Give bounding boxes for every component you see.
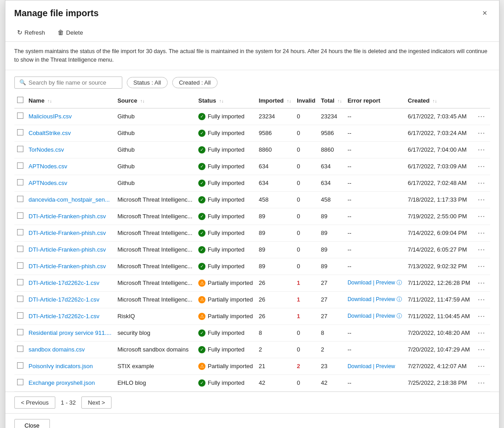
row-checkbox[interactable]: [17, 229, 23, 235]
more-options-button[interactable]: ···: [476, 112, 487, 122]
file-name-link[interactable]: MaliciousIPs.csv: [29, 113, 72, 120]
check-icon: ✓: [198, 146, 205, 153]
table-row: DTI-Article-17d2262c-1.csvMicrosoft Thre…: [14, 275, 490, 291]
file-name-link[interactable]: DTI-Article-17d2262c-1.csv: [29, 313, 100, 320]
more-options-button[interactable]: ···: [476, 195, 487, 205]
more-options-button[interactable]: ···: [476, 311, 487, 321]
file-name-link[interactable]: DTI-Article-Franken-phish.csv: [29, 213, 106, 220]
more-options-button[interactable]: ···: [476, 261, 487, 271]
row-checkbox[interactable]: [17, 146, 23, 152]
row-checkbox[interactable]: [17, 312, 23, 319]
more-options-button[interactable]: ···: [476, 278, 487, 288]
more-options-button[interactable]: ···: [476, 328, 487, 338]
row-checkbox[interactable]: [17, 296, 23, 302]
cell-total: 23234: [318, 108, 345, 125]
row-checkbox[interactable]: [17, 329, 23, 335]
error-report-link[interactable]: Download | Preview: [348, 363, 395, 369]
more-options-button[interactable]: ···: [476, 228, 487, 238]
created-filter-pill[interactable]: Created : All: [172, 77, 218, 88]
status-text: Fully imported: [208, 346, 245, 353]
row-checkbox[interactable]: [17, 262, 23, 269]
more-options-button[interactable]: ···: [476, 361, 487, 371]
cell-status: ✓Fully imported: [196, 324, 256, 341]
more-options-button[interactable]: ···: [476, 178, 487, 188]
col-name[interactable]: Name ↑↓: [26, 92, 115, 108]
row-checkbox[interactable]: [17, 212, 23, 219]
cell-more: ···: [473, 341, 490, 358]
file-name-link[interactable]: APTNodes.csv: [29, 180, 67, 186]
delete-button[interactable]: 🗑 Delete: [55, 27, 86, 38]
cell-error-report: Download | Preview ⓘ: [345, 275, 405, 291]
row-checkbox[interactable]: [17, 346, 23, 352]
row-checkbox-cell: [14, 125, 26, 141]
cell-source: Github: [115, 175, 196, 191]
cell-error-report: --: [345, 241, 405, 258]
more-options-button[interactable]: ···: [476, 245, 487, 255]
row-checkbox[interactable]: [17, 379, 23, 385]
row-checkbox-cell: [14, 108, 26, 125]
cell-status: ✓Fully imported: [196, 141, 256, 158]
status-badge: ⚠Partially imported: [198, 279, 253, 287]
close-dialog-button[interactable]: Close: [14, 419, 50, 428]
cell-source: Microsoft Threat Intelligenc...: [115, 208, 196, 225]
file-name-link[interactable]: CobaltStrike.csv: [29, 130, 71, 136]
row-checkbox[interactable]: [17, 279, 23, 285]
more-options-button[interactable]: ···: [476, 145, 487, 155]
more-options-button[interactable]: ···: [476, 212, 487, 221]
close-icon[interactable]: ×: [480, 8, 490, 19]
row-checkbox[interactable]: [17, 162, 23, 169]
status-badge: ✓Fully imported: [198, 146, 253, 153]
file-name-link[interactable]: DTI-Article-17d2262c-1.csv: [29, 279, 100, 286]
row-checkbox[interactable]: [17, 179, 23, 185]
row-checkbox[interactable]: [17, 129, 23, 135]
file-name-link[interactable]: dancevida-com_hostpair_sen...: [29, 196, 110, 203]
cell-invalid: 0: [294, 158, 318, 175]
status-text: Fully imported: [208, 263, 245, 270]
select-all-header[interactable]: [14, 92, 26, 108]
error-report-link[interactable]: Download | Preview ⓘ: [348, 279, 402, 286]
more-options-button[interactable]: ···: [476, 128, 487, 138]
cell-source: Github: [115, 125, 196, 141]
warning-icon: ⚠: [198, 363, 205, 370]
table-row: TorNodes.csvGithub✓Fully imported8860088…: [14, 141, 490, 158]
cell-source: Microsoft Threat Intelligenc...: [115, 258, 196, 275]
search-input[interactable]: [29, 79, 117, 86]
more-options-button[interactable]: ···: [476, 378, 487, 388]
file-name-link[interactable]: DTI-Article-Franken-phish.csv: [29, 263, 106, 270]
next-button[interactable]: Next >: [81, 396, 112, 409]
status-filter-pill[interactable]: Status : All: [127, 77, 168, 88]
col-status[interactable]: Status ↑↓: [196, 92, 256, 108]
previous-button[interactable]: < Previous: [14, 396, 56, 409]
cell-total: 458: [318, 191, 345, 208]
refresh-button[interactable]: ↻ Refresh: [14, 27, 48, 38]
cell-name: DTI-Article-Franken-phish.csv: [26, 258, 115, 275]
file-name-link[interactable]: Residential proxy service 911....: [29, 329, 112, 336]
file-name-link[interactable]: Exchange proxyshell.json: [29, 379, 95, 386]
col-imported[interactable]: Imported ↑↓: [256, 92, 294, 108]
file-name-link[interactable]: sandbox domains.csv: [29, 346, 85, 353]
cell-created: 6/17/2022, 7:02:48 AM: [405, 175, 473, 191]
select-all-checkbox[interactable]: [17, 97, 23, 103]
file-name-link[interactable]: DTI-Article-Franken-phish.csv: [29, 246, 106, 253]
more-options-button[interactable]: ···: [476, 162, 487, 171]
more-options-button[interactable]: ···: [476, 295, 487, 305]
file-name-link[interactable]: TorNodes.csv: [29, 146, 64, 153]
cell-imported: 26: [256, 308, 294, 324]
file-name-link[interactable]: DTI-Article-17d2262c-1.csv: [29, 296, 100, 303]
cell-invalid: 0: [294, 241, 318, 258]
col-total[interactable]: Total ↑↓: [318, 92, 345, 108]
error-report-link[interactable]: Download | Preview ⓘ: [348, 313, 402, 319]
row-checkbox[interactable]: [17, 113, 23, 119]
cell-invalid: 0: [294, 324, 318, 341]
file-name-link[interactable]: DTI-Article-Franken-phish.csv: [29, 230, 106, 236]
row-checkbox[interactable]: [17, 246, 23, 252]
row-checkbox[interactable]: [17, 196, 23, 202]
file-name-link[interactable]: APTNodes.csv: [29, 163, 67, 170]
file-name-link[interactable]: PoisonIvy indicators.json: [29, 363, 93, 369]
search-box[interactable]: 🔍: [14, 77, 122, 89]
col-created[interactable]: Created ↑↓: [405, 92, 473, 108]
more-options-button[interactable]: ···: [476, 345, 487, 355]
error-report-link[interactable]: Download | Preview ⓘ: [348, 296, 402, 302]
col-source[interactable]: Source ↑↓: [115, 92, 196, 108]
row-checkbox[interactable]: [17, 362, 23, 369]
